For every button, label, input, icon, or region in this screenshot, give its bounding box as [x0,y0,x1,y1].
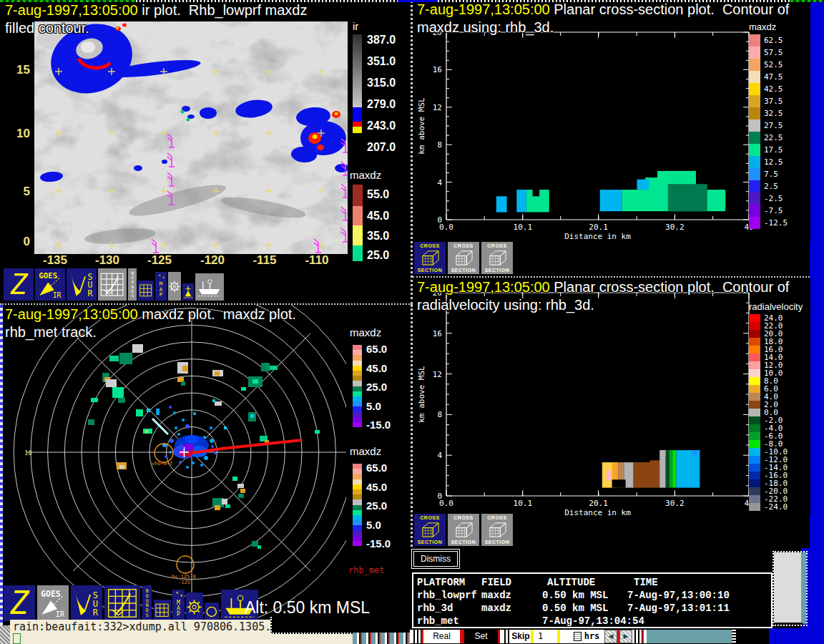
skip-label: Skip [511,630,531,643]
color-swatch [749,156,760,168]
radar-grid-icon[interactable] [98,268,127,301]
color-swatch [749,479,760,487]
colorbar-entry: -12.5 [749,217,809,229]
color-swatch [749,192,760,205]
contour-region [637,180,649,190]
echo-speck [170,439,174,443]
color-swatch [353,185,363,206]
radar-echo [261,363,270,371]
color-swatch [353,515,362,520]
color-swatch [353,531,362,536]
goes-ir-icon[interactable]: GOESIR [37,585,69,621]
cross-section-button[interactable]: CROSSSECTION [414,242,446,274]
color-swatch [749,393,760,401]
panel-maxdz-xsection: 0481216200.010.120.130.240Distance in km… [413,0,810,278]
real-time-button[interactable]: Real Time [423,630,460,643]
echo-speck [214,452,217,454]
colorbar-entry: 4.0 [749,393,809,401]
scrollbar-window[interactable] [774,552,806,625]
cross-section-button[interactable]: CROSSSECTION [481,514,513,546]
cross-section-button[interactable]: CROSSSECTION [414,514,446,546]
color-swatch [749,503,760,511]
colorbar-entry: 7.5 [749,168,809,180]
goes-ir-icon[interactable]: GOESIR [35,268,65,301]
echo-speck [186,466,189,469]
radar-echo [156,409,160,415]
bounds-icon[interactable]: BOUNDS [142,585,152,621]
ir-extra-segment [353,122,362,127]
step-back-button[interactable]: ◀ [604,630,617,643]
maxdz-colorbar: maxdz65.045.025.05.0-15.0 [347,445,410,560]
radar-echo [91,398,98,402]
colorbar-entry: 10.0 [749,369,809,377]
level-label: -15.0 [366,419,391,431]
x-axis-label: -120 [200,253,225,268]
cross-section-button[interactable]: CROSSSECTION [448,514,479,546]
echo-speck [169,451,172,454]
zebra-display-screen: 7-aug-1997,13:05:00 ir plot. Rhb_lowprf … [0,0,824,644]
buoy-icon[interactable] [182,283,194,301]
panel-corner-overlay [270,617,411,634]
color-swatch [353,406,362,411]
y-tick-label: 12 [433,370,442,379]
azimuth-grid-icon[interactable] [186,592,203,621]
echo-speck [200,464,203,467]
y-tick-label: 4 [437,451,442,460]
radar-echo [250,414,254,418]
y-axis-label: 15 [3,63,30,77]
table-cell: rhb_lowprf [417,590,477,601]
x-tick-label: 30.2 [665,499,685,508]
color-swatch [353,520,362,525]
ship-icon[interactable] [195,273,224,301]
color-swatch [353,510,362,515]
panel-subtitle: maxdz using: rhb_3d. [417,19,554,36]
skip-value-field[interactable]: 1 [534,630,557,643]
window-border-stripe [632,630,642,643]
color-swatch [353,505,362,510]
map-icon[interactable]: **MAP [155,272,167,301]
grid-overlay-icon[interactable] [138,280,154,301]
echo-speck [173,411,176,414]
cross-section-button[interactable]: CROSSSECTION [481,242,513,274]
color-swatch [353,371,362,376]
level-label: 45.0 [366,481,387,493]
zebra-logo-icon[interactable]: Z [4,268,34,301]
button-label: SECTION [418,268,443,273]
timestamp: 7-aug-1997,13:05:00 [417,1,550,17]
level-label: 387.0 [367,34,396,47]
color-swatch [353,422,362,427]
x-tick-label: 0.0 [439,223,453,232]
level-label: 2.5 [764,182,778,191]
center-echo-cluster [185,435,199,444]
cross-section-buttons: ZCROSSSECTIONCROSSSECTIONCROSSSECTION [414,514,515,546]
surveillance-radar-icon[interactable]: SUR [71,585,102,621]
step-forward-button[interactable]: ▶ [619,630,632,643]
x-tick-label: 30.2 [665,223,685,232]
page-icon[interactable] [574,632,582,641]
circle-overlay-icon[interactable] [205,602,219,621]
radar-grid-icon[interactable] [104,585,140,621]
panel-subtitle: rhb_met track. [5,324,97,341]
colorbar-entry: 2.5 [749,180,809,192]
x-axis-title: Distance in km [564,508,631,515]
svg-text:*: * [158,273,161,279]
svg-text:GOES: GOES [39,271,57,280]
level-label: -15.0 [366,537,391,550]
cross-section-button[interactable]: CROSSSECTION [448,242,479,274]
zebra-logo-icon[interactable]: Z [4,585,35,621]
map-icon[interactable]: **MAP [172,590,185,621]
grid-overlay-icon[interactable] [154,600,171,621]
cloud-feature [200,107,217,119]
maxdz-colorbar: maxdz62.557.552.547.542.537.532.527.522.… [749,21,809,229]
set-time-button[interactable]: Set Time [462,630,500,643]
level-label: 45.0 [366,362,387,374]
surveillance-radar-icon[interactable]: SUR [67,268,97,301]
color-swatch [749,472,760,479]
azimuth-grid-icon[interactable] [168,272,181,301]
bounds-icon[interactable]: BOUNDS [128,268,137,301]
cloud-feature [335,112,338,115]
radar-echo [241,387,246,391]
echo-speck [204,456,208,460]
level-label: 42.5 [764,84,783,94]
dismiss-button[interactable]: Dismiss [413,551,458,567]
